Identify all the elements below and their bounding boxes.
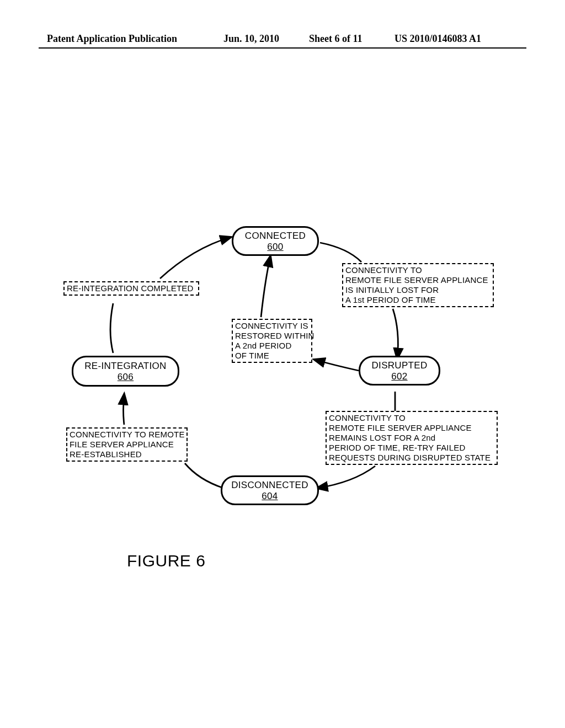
transition-disrupted-to-disconnected: CONNECTIVITY TO REMOTE FILE SERVER APPLI… xyxy=(326,411,498,465)
header-date: Jun. 10, 2010 xyxy=(223,33,279,45)
state-ref: 600 xyxy=(267,242,283,253)
figure-caption: FIGURE 6 xyxy=(127,552,205,570)
header-sheet-number: Sheet 6 of 11 xyxy=(309,33,363,45)
state-label: DISCONNECTED xyxy=(231,480,308,491)
state-disrupted: DISRUPTED 602 xyxy=(359,356,440,386)
header-publication-no: US 2010/0146083 A1 xyxy=(395,33,481,45)
transition-disrupted-to-connected: CONNECTIVITY IS RESTORED WITHIN A 2nd PE… xyxy=(232,319,312,363)
transition-reintegration-to-connected: RE-INTEGRATION COMPLETED xyxy=(63,281,199,296)
transition-connected-to-disrupted: CONNECTIVITY TO REMOTE FILE SERVER APPLI… xyxy=(342,263,494,307)
state-ref: 602 xyxy=(391,371,407,382)
header-publication-type: Patent Application Publication xyxy=(47,33,177,45)
state-ref: 604 xyxy=(262,491,278,502)
state-label: CONNECTED xyxy=(245,231,306,242)
transition-disconnected-to-reintegration: CONNECTIVITY TO REMOTE FILE SERVER APPLI… xyxy=(66,427,188,462)
state-ref: 606 xyxy=(118,372,134,383)
header-rule xyxy=(39,47,526,49)
state-connected: CONNECTED 600 xyxy=(232,226,319,256)
state-disconnected: DISCONNECTED 604 xyxy=(221,475,319,505)
state-label: RE-INTEGRATION xyxy=(84,361,166,372)
state-reintegration: RE-INTEGRATION 606 xyxy=(72,356,179,387)
state-label: DISRUPTED xyxy=(372,360,428,371)
page: Patent Application Publication Jun. 10, … xyxy=(0,0,565,728)
